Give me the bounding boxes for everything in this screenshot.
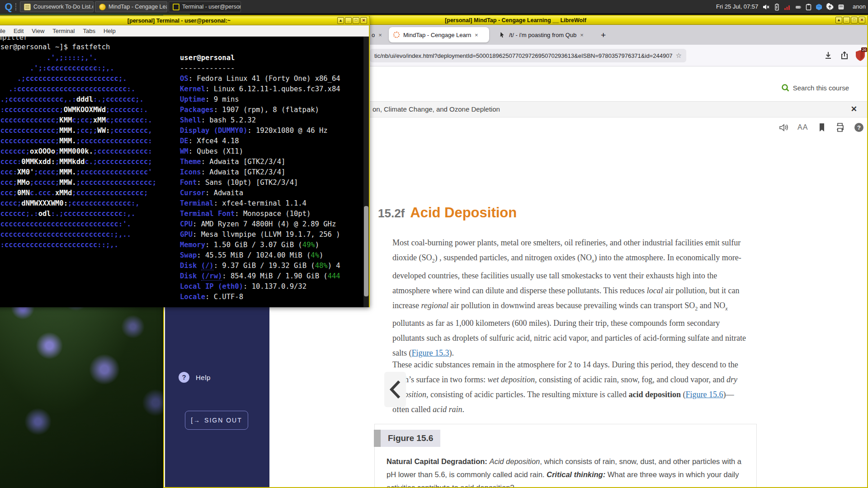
section-heading: 15.2fAcid Deposition <box>378 205 517 221</box>
shade-button[interactable]: ▲ <box>337 17 344 24</box>
tray-vm-label: anon <box>853 3 866 10</box>
terminal-scrollbar[interactable] <box>363 37 369 307</box>
figure-tab <box>374 430 381 447</box>
qube-domains-icon[interactable] <box>815 3 823 11</box>
sign-out-button[interactable]: [→ SIGN OUT <box>185 411 248 430</box>
ublock-badge: 26 <box>861 47 867 52</box>
read-aloud-icon[interactable] <box>778 122 789 133</box>
maximize-button[interactable]: □ <box>353 17 359 24</box>
minimize-button[interactable]: _ <box>345 17 352 24</box>
help-item[interactable]: ? Help <box>179 372 211 383</box>
url-bar[interactable]: tic/nb/ui/evo/index.html?deploymentId=50… <box>370 49 686 62</box>
close-button[interactable]: ✕ <box>360 17 367 24</box>
clock[interactable]: Fri 25 Jul, 07:57 <box>716 3 758 10</box>
terminal-title: [personal] Terminal - user@personal:~ <box>127 18 231 24</box>
document-icon <box>24 4 31 10</box>
tab-partial[interactable]: o × <box>370 27 387 42</box>
taskbar-window-mindtap[interactable]: MindTap - Cengage Learni... <box>95 1 167 12</box>
section-number: 15.2f <box>378 206 405 220</box>
volume-muted-icon[interactable] <box>762 3 770 11</box>
chapter-close-icon[interactable]: ✕ <box>851 104 857 114</box>
taskbar-window-terminal[interactable]: Terminal - user@personal:~ <box>169 1 241 12</box>
help-circle-icon[interactable]: ? <box>854 122 864 133</box>
print-icon[interactable] <box>835 122 845 133</box>
url-text: tic/nb/ui/evo/index.html?deploymentId=50… <box>374 52 672 59</box>
terminal-prompt: [user@personal ~]$ fastfetch <box>0 42 110 52</box>
figure-caption: Natural Capital Degradation: Acid deposi… <box>387 455 745 487</box>
browser-title: [personal] MindTap - Cengage Learning __… <box>445 17 586 23</box>
panel-grip <box>15 3 17 10</box>
fastfetch-info: user@personal-------------OS: Fedora Lin… <box>180 53 340 302</box>
sign-out-icon: [→ <box>191 417 201 424</box>
paragraph: These acidic substances remain in the at… <box>392 357 747 417</box>
downloads-icon[interactable] <box>823 51 833 61</box>
menu-view[interactable]: View <box>28 28 48 34</box>
usb-device-icon[interactable] <box>794 3 802 11</box>
terminal-titlebar[interactable]: [personal] Terminal - user@personal:~ ▲ … <box>0 16 369 25</box>
menu-edit[interactable]: Edit <box>9 28 28 34</box>
paragraph: Most coal-burning power plants, metal or… <box>392 235 747 361</box>
updates-icon[interactable] <box>826 3 834 11</box>
share-icon[interactable] <box>840 51 849 61</box>
chevron-left-icon <box>389 380 401 399</box>
scrollbar-thumb[interactable] <box>364 206 368 296</box>
new-tab-button[interactable]: + <box>601 30 606 40</box>
chapter-title: on, Climate Change, and Ozone Depletion <box>373 105 500 113</box>
tab-close-icon[interactable]: × <box>378 32 382 38</box>
svg-text:?: ? <box>857 124 861 131</box>
help-icon: ? <box>179 372 189 383</box>
loading-spinner-icon <box>393 32 400 38</box>
tab-mindtap[interactable]: MindTap - Cengage Learnin × <box>389 27 489 42</box>
minimize-button[interactable]: _ <box>843 17 850 23</box>
bookmark-icon[interactable] <box>816 122 827 133</box>
tab-other[interactable]: /t/ - i'm poasting from Qub × <box>495 27 594 42</box>
mindtap-favicon <box>99 4 106 10</box>
taskbar: Q Coursework To-Do List.od... MindTap - … <box>0 0 868 14</box>
text-size-icon[interactable]: AA <box>797 123 808 134</box>
clipboard-icon[interactable] <box>805 3 812 11</box>
tab-close-icon[interactable]: × <box>475 32 478 38</box>
disk-icon[interactable] <box>837 3 845 11</box>
terminal-menubar: File Edit View Terminal Tabs Help <box>0 25 369 37</box>
maximize-button[interactable]: □ <box>851 17 858 23</box>
bookmark-star-icon[interactable]: ☆ <box>676 52 682 60</box>
cursor-icon <box>499 32 505 38</box>
menu-tabs[interactable]: Tabs <box>79 28 99 34</box>
shade-button[interactable]: ▲ <box>835 17 842 23</box>
section-title: Acid Deposition <box>410 205 517 221</box>
terminal-window: [personal] Terminal - user@personal:~ ▲ … <box>0 15 370 307</box>
battery-icon[interactable] <box>773 3 781 11</box>
close-button[interactable]: ✕ <box>859 17 865 23</box>
menu-terminal[interactable]: Terminal <box>48 28 79 34</box>
qubes-menu-icon[interactable]: Q <box>3 1 14 13</box>
tab-close-icon[interactable]: × <box>580 32 584 38</box>
fastfetch-logo: .',;::::;,'. .';:cccccccccccc:;,. .;cccc… <box>0 53 156 250</box>
taskbar-window-coursework[interactable]: Coursework To-Do List.od... <box>20 1 94 12</box>
figure-box: Figure 15.6 Natural Capital Degradation:… <box>374 424 757 487</box>
terminal-output[interactable]: mpilter [user@personal ~]$ fastfetch .',… <box>0 37 369 307</box>
terminal-icon <box>173 4 179 10</box>
figure-label: Figure 15.6 <box>381 430 440 447</box>
search-icon <box>781 84 789 92</box>
search-course-button[interactable]: Search this course <box>781 84 849 92</box>
menu-help[interactable]: Help <box>99 28 120 34</box>
menu-file[interactable]: File <box>0 28 9 34</box>
network-signal-icon[interactable] <box>784 3 792 11</box>
previous-page-button[interactable] <box>384 372 406 407</box>
